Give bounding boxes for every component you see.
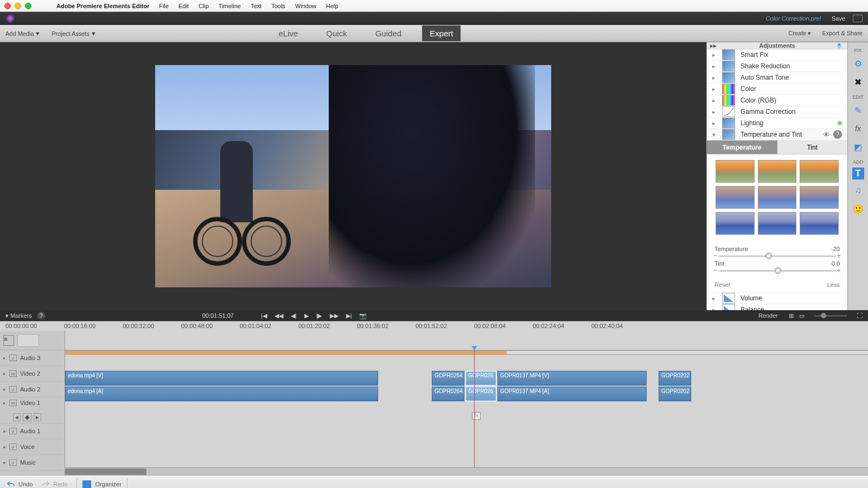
clip-audio[interactable]: GOPR0137.MP4 [A]: [497, 387, 647, 401]
menu-help[interactable]: Help: [326, 3, 339, 9]
menu-file[interactable]: File: [159, 3, 169, 9]
track-prev-icon[interactable]: ◂: [13, 413, 21, 421]
track-header-video1[interactable]: ▸▭Video 1◂◆▸: [0, 397, 65, 423]
markers-dropdown[interactable]: ▾ Markers: [5, 312, 32, 319]
app-name[interactable]: Adobe Premiere Elements Editor: [56, 3, 149, 9]
menu-window[interactable]: Window: [295, 3, 316, 9]
fx-tool-icon[interactable]: fx: [851, 121, 866, 136]
adjustments-tool-icon[interactable]: ⚙: [851, 56, 866, 71]
export-share-button[interactable]: Export & Share: [822, 30, 863, 37]
menu-timeline[interactable]: Timeline: [219, 3, 241, 9]
create-button[interactable]: Create ▾: [788, 30, 811, 37]
playhead[interactable]: [474, 350, 475, 467]
save-button[interactable]: Save: [832, 15, 845, 22]
redo-button[interactable]: Redo: [41, 480, 67, 489]
pen-tool-icon[interactable]: ✎: [851, 102, 866, 118]
track-header-audio2[interactable]: ▸♪Audio 2: [0, 382, 65, 397]
adjust-temperature-tint[interactable]: ▾Temperature and Tint👁?: [707, 129, 847, 140]
track-header-video2[interactable]: ▸▭Video 2: [0, 366, 65, 382]
adjust-balance[interactable]: ▸Balance: [707, 304, 847, 310]
timeline-ruler[interactable]: 00:00:00:00 00:00:16:00 00:00:32:00 00:0…: [0, 321, 868, 331]
fullscreen-icon[interactable]: ⛶: [857, 312, 863, 319]
video-preview-frame[interactable]: [155, 65, 551, 287]
safe-margins-icon[interactable]: ▭: [799, 312, 805, 319]
goto-end-icon[interactable]: ▶|: [346, 312, 352, 319]
tab-temperature[interactable]: Temperature: [707, 140, 777, 155]
timeline-tools-icon[interactable]: ≡: [3, 335, 14, 346]
clip-audio[interactable]: GOPR0264.: [432, 387, 464, 401]
transitions-tool-icon[interactable]: ◩: [851, 139, 866, 155]
work-area-bar[interactable]: [65, 350, 868, 355]
voice-icon[interactable]: [835, 42, 843, 49]
tab-elive[interactable]: eLive: [271, 25, 305, 41]
adjust-volume[interactable]: ▸Volume: [707, 293, 847, 304]
narration-button[interactable]: [17, 334, 39, 347]
menu-text[interactable]: Text: [251, 3, 261, 9]
minimize-window-icon[interactable]: [15, 3, 21, 9]
preset-7[interactable]: [716, 212, 755, 235]
preset-1[interactable]: [716, 160, 755, 183]
current-timecode[interactable]: 00:01:51;07: [202, 312, 234, 319]
undo-button[interactable]: Undo: [7, 480, 33, 489]
snapshot-icon[interactable]: 📷: [359, 312, 367, 319]
menu-edit[interactable]: Edit: [178, 3, 189, 9]
track-header-music[interactable]: ▸♪Music: [0, 455, 65, 471]
adjust-color[interactable]: ▸Color: [707, 84, 847, 95]
preset-4[interactable]: [716, 186, 755, 209]
effects-tool-icon[interactable]: ✖: [851, 74, 866, 89]
adjust-shake-reduction[interactable]: ▸Shake Reduction: [707, 61, 847, 72]
home-icon[interactable]: [853, 15, 863, 22]
preset-5[interactable]: [758, 186, 797, 209]
track-header-voice[interactable]: ▸♪Voice: [0, 439, 65, 455]
close-window-icon[interactable]: [4, 3, 11, 9]
clip-video[interactable]: edona.mp4 [V]: [65, 371, 378, 386]
titles-tool-icon[interactable]: T: [852, 168, 864, 179]
project-assets-button[interactable]: Project Assets ▾: [52, 29, 95, 37]
display-toggle-icon[interactable]: ⊞: [789, 312, 794, 319]
menu-clip[interactable]: Clip: [199, 3, 209, 9]
organizer-button[interactable]: Organizer: [76, 478, 127, 489]
adjust-gamma[interactable]: ▸Gamma Correction: [707, 106, 847, 118]
panel-collapse-icon[interactable]: ▸▸: [710, 42, 717, 49]
help-icon[interactable]: ?: [833, 130, 842, 139]
render-button[interactable]: Render: [758, 312, 778, 319]
help-marker-icon[interactable]: ?: [37, 312, 45, 319]
clip-audio[interactable]: edona.mp4 [A]: [65, 387, 378, 401]
zoom-slider[interactable]: [814, 315, 847, 317]
tint-slider[interactable]: −+: [719, 270, 835, 272]
temperature-slider[interactable]: −+: [719, 255, 835, 257]
track-header-audio1[interactable]: ▸♪Audio 1: [0, 423, 65, 439]
clip-video[interactable]: GOPR0137.MP4 [V]: [497, 371, 647, 386]
step-fwd-icon[interactable]: |▶: [316, 312, 322, 319]
step-back-icon[interactable]: ◀|: [291, 312, 297, 319]
track-keyframe-icon[interactable]: ◆: [23, 413, 31, 421]
adjust-lighting[interactable]: ▸Lighting: [707, 118, 847, 129]
menu-tools[interactable]: Tools: [271, 3, 285, 9]
tab-expert[interactable]: Expert: [422, 25, 461, 41]
prev-edit-icon[interactable]: ◀◀: [275, 312, 283, 319]
clip-audio[interactable]: GOPR0202: [659, 387, 691, 401]
timeline-scrollbar[interactable]: [65, 467, 868, 475]
zoom-window-icon[interactable]: [25, 3, 31, 9]
goto-start-icon[interactable]: |◀: [261, 312, 267, 319]
clip-video[interactable]: GOPR0264.: [432, 371, 464, 386]
preset-2[interactable]: [758, 160, 797, 183]
adjust-color-rgb[interactable]: ▸Color (RGB): [707, 95, 847, 106]
less-button[interactable]: Less: [827, 281, 840, 288]
preset-8[interactable]: [758, 212, 797, 235]
timeline-content[interactable]: edona.mp4 [V] GOPR0264. GOPR026 GOPR0137…: [65, 331, 868, 475]
graphics-tool-icon[interactable]: 🙂: [851, 201, 866, 216]
preset-9[interactable]: [800, 212, 839, 235]
track-header-audio3[interactable]: ▸♪Audio 3: [0, 350, 65, 366]
track-next-icon[interactable]: ▸: [34, 413, 41, 421]
fx-badge-icon[interactable]: fx: [472, 412, 481, 420]
tab-tint[interactable]: Tint: [777, 140, 848, 155]
clip-video-selected[interactable]: GOPR026: [465, 371, 496, 386]
visibility-icon[interactable]: 👁: [823, 131, 830, 139]
next-edit-icon[interactable]: ▶▶: [330, 312, 339, 319]
reset-button[interactable]: Reset: [714, 281, 730, 288]
tab-guided[interactable]: Guided: [368, 25, 409, 41]
adjust-auto-smart-tone[interactable]: ▸Auto Smart Tone: [707, 72, 847, 84]
clip-video[interactable]: GOPR0202: [659, 371, 691, 386]
add-media-button[interactable]: Add Media ▾: [5, 29, 40, 37]
